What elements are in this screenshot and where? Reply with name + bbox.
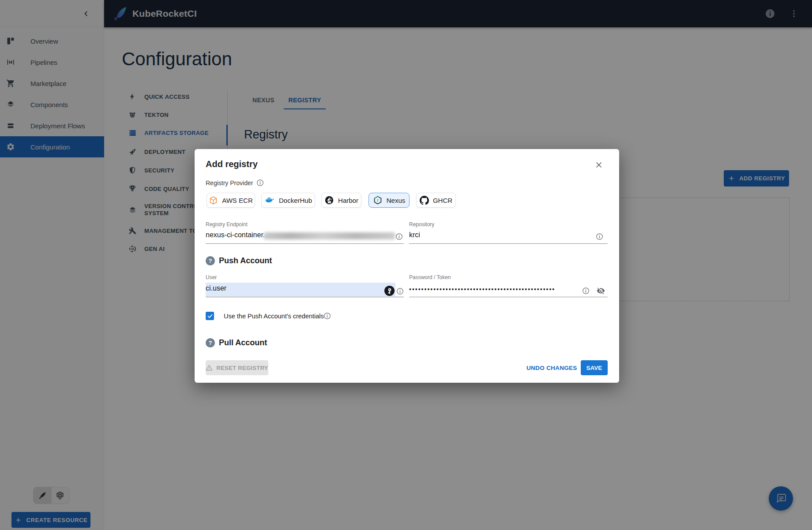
github-icon [420,196,429,205]
check-icon [207,313,213,319]
registry-provider-label-row: Registry Provider [206,179,264,187]
registry-endpoint-redacted-value [264,232,395,239]
nexus-icon: r [373,195,383,205]
password-underline [409,297,608,297]
user-autofill-highlight [206,283,395,296]
docker-icon [264,195,275,205]
close-icon [594,160,603,169]
provider-harbor-button[interactable]: Harbor [321,193,361,208]
registry-endpoint-label: Registry Endpoint [206,221,248,228]
save-label: SAVE [586,365,602,371]
dialog-close-button[interactable] [591,157,607,173]
registry-endpoint-underline [206,243,404,244]
dialog-title: Add registry [206,159,258,169]
provider-label: AWS ECR [222,197,252,204]
provider-aws-ecr-button[interactable]: AWS ECR [207,193,255,208]
aws-ecr-icon [209,196,218,205]
reset-registry-button[interactable]: RESET REGISTRY [206,360,268,375]
repository-underline [409,243,608,244]
warning-triangle-icon [206,364,213,371]
user-label: User [206,274,217,280]
registry-endpoint-input[interactable]: nexus-ci-container. [206,231,265,239]
question-mark-icon[interactable] [206,338,215,347]
pull-account-title: Pull Account [219,338,267,347]
password-manager-key-icon[interactable] [384,286,395,296]
info-icon[interactable] [596,233,603,240]
info-icon[interactable] [582,287,590,295]
save-button[interactable]: SAVE [581,360,608,375]
push-account-title: Push Account [219,256,272,265]
harbor-icon [324,195,334,205]
user-input[interactable]: ci.user [206,284,226,292]
undo-changes-button[interactable]: UNDO CHANGES [522,360,582,375]
repository-input[interactable]: krci [409,231,420,239]
registry-provider-label: Registry Provider [206,179,253,187]
visibility-off-icon[interactable] [597,287,605,295]
use-push-credentials-checkbox[interactable] [206,312,214,320]
provider-ghcr-button[interactable]: GHCR [416,193,456,208]
password-token-label: Password / Token [409,274,451,280]
svg-text:r: r [377,198,379,202]
provider-label: Harbor [338,197,358,204]
user-underline [206,297,404,297]
use-push-credentials-label: Use the Push Account's credentials [224,313,324,320]
undo-changes-label: UNDO CHANGES [526,365,577,371]
password-token-input[interactable]: ••••••••••••••••••••••••••••••••••••••••… [409,286,555,293]
question-mark-icon[interactable] [206,256,215,265]
provider-nexus-button[interactable]: r Nexus [368,193,410,208]
push-account-header: Push Account [206,256,272,265]
reset-registry-label: RESET REGISTRY [216,365,268,371]
info-icon[interactable] [395,233,403,240]
pull-account-header: Pull Account [206,338,267,347]
provider-label: DockerHub [279,197,312,204]
provider-dockerhub-button[interactable]: DockerHub [261,193,315,208]
add-registry-dialog: Add registry Registry Provider AWS ECR D… [195,149,619,383]
info-icon[interactable] [396,287,404,295]
info-icon[interactable] [323,312,331,320]
info-icon[interactable] [256,179,264,187]
repository-label: Repository [409,221,434,228]
provider-label: Nexus [387,197,406,204]
provider-label: GHCR [433,197,452,204]
